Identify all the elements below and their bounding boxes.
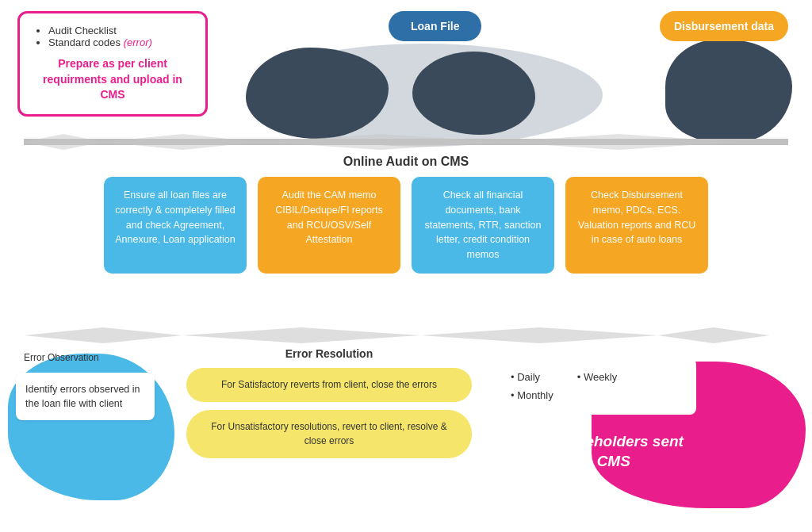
error-obs-label: Error Observation xyxy=(24,352,99,363)
middle-section: Online Audit on CMS Ensure all loan file… xyxy=(0,155,812,274)
bottom-connector-svg xyxy=(24,324,788,346)
error-res-title: Error Resolution xyxy=(186,347,472,360)
pink-checklist-box: Audit Checklist Standard codes (error) P… xyxy=(17,11,208,117)
audit-card-1: Ensure all loan files are correctly & co… xyxy=(104,177,247,274)
audit-card-3: Check all financial documents, bank stat… xyxy=(412,177,554,274)
mis-bullets-col2: • Weekly xyxy=(577,368,618,405)
bottom-connector xyxy=(24,333,788,338)
error-resolution-area: Error Resolution For Satisfactory revert… xyxy=(186,347,472,458)
disbursement-pill: Disbursement data xyxy=(660,11,788,41)
mis-title: MIS to stakeholders sent from CMS xyxy=(488,432,702,471)
mis-bullets-col1: • Daily • Monthly xyxy=(511,368,553,405)
error-obs-box: Identify errors observed in the loan fil… xyxy=(16,373,155,420)
loan-file-pill: Loan File xyxy=(389,11,481,41)
standard-codes-item: Standard codes (error) xyxy=(48,36,191,48)
connector-arrows xyxy=(24,130,788,154)
top-connector xyxy=(24,139,788,145)
pink-subtitle: Prepare as per client requirments and up… xyxy=(34,56,191,103)
audit-cards-row: Ensure all loan files are correctly & co… xyxy=(0,177,812,274)
error-res-card2: For Unsatisfactory resolutions, revert t… xyxy=(186,410,472,458)
error-res-card1: For Satisfactory reverts from client, cl… xyxy=(186,368,472,402)
middle-title: Online Audit on CMS xyxy=(0,155,812,169)
pink-checklist: Audit Checklist Standard codes (error) xyxy=(34,25,191,48)
audit-checklist-item: Audit Checklist xyxy=(48,25,191,36)
mis-bullets-box: • Daily • Monthly • Weekly xyxy=(498,358,696,415)
top-right-dark-blob xyxy=(665,40,792,143)
audit-card-4: Check Disbursement memo, PDCs, ECS. Valu… xyxy=(565,177,708,274)
diagram: Audit Checklist Standard codes (error) P… xyxy=(0,0,812,532)
audit-card-2: Audit the CAM memo CIBIL/Dedupe/FI repor… xyxy=(258,177,400,274)
